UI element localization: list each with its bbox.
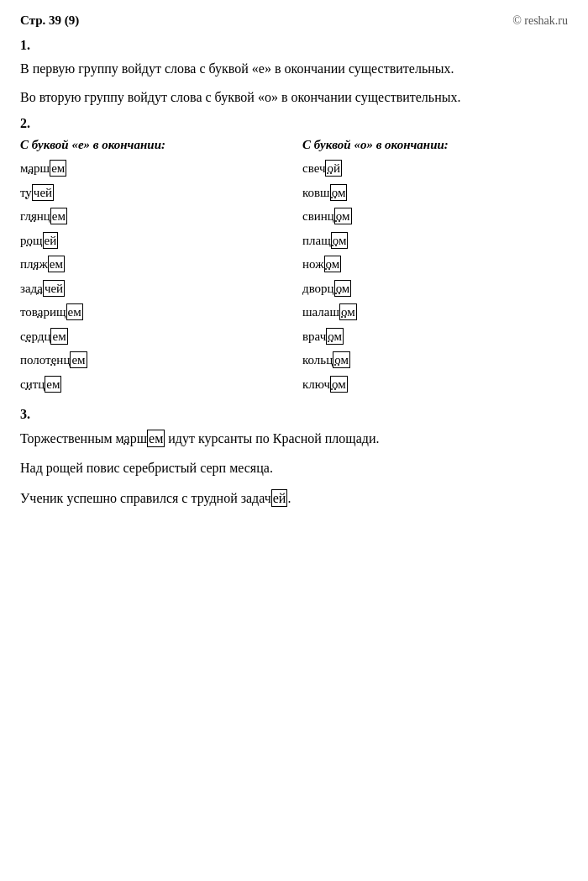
col1-header: С буквой «е» в окончании: bbox=[20, 138, 286, 152]
boxed-ending: ом bbox=[331, 232, 349, 249]
list-item: плащом bbox=[302, 231, 568, 251]
list-item: врачом bbox=[302, 327, 568, 346]
boxed-ending: ом bbox=[334, 280, 352, 297]
list-item: полотенцем bbox=[20, 351, 286, 370]
list-item: кольцом bbox=[302, 351, 568, 370]
section1-para1: В первую группу войдут слова с буквой «е… bbox=[20, 58, 568, 80]
list-item: задачей bbox=[20, 279, 286, 298]
boxed-ending: ом bbox=[330, 376, 348, 393]
site-logo: © reshak.ru bbox=[512, 14, 568, 28]
list-item: тучей bbox=[20, 183, 286, 203]
boxed-ending: чей bbox=[43, 280, 65, 297]
boxed-ending: ем bbox=[66, 303, 83, 320]
list-item: рощей bbox=[20, 231, 286, 251]
section2-num: 2. bbox=[20, 116, 568, 131]
boxed-ending: ем bbox=[147, 430, 165, 447]
list-item: сердцем bbox=[20, 327, 286, 346]
col1: С буквой «е» в окончании: маршем тучей г… bbox=[20, 138, 286, 398]
section1-para2: Во вторую группу войдут слова с буквой «… bbox=[20, 87, 568, 108]
boxed-ending: чей bbox=[32, 184, 54, 201]
list-item: ножом bbox=[302, 255, 568, 274]
boxed-ending: ем bbox=[50, 208, 67, 224]
boxed-ending: ем bbox=[50, 328, 67, 345]
boxed-ending: ом bbox=[330, 184, 348, 201]
sentence2: Над рощей повис серебристый серп месяца. bbox=[20, 456, 568, 479]
page-title: Стр. 39 (9) bbox=[20, 13, 79, 28]
list-item: товарищем bbox=[20, 303, 286, 322]
boxed-ending: ом bbox=[339, 303, 357, 320]
boxed-ending: ем bbox=[70, 351, 87, 368]
col2-header: С буквой «о» в окончании: bbox=[302, 138, 568, 152]
list-item: дворцом bbox=[302, 279, 568, 298]
section1-num: 1. bbox=[20, 38, 568, 53]
two-column-layout: С буквой «е» в окончании: маршем тучей г… bbox=[20, 138, 568, 398]
col2: С буквой «о» в окончании: свечой ковшом … bbox=[302, 138, 568, 398]
list-item: ковшом bbox=[302, 183, 568, 203]
boxed-ending: ей bbox=[43, 232, 59, 249]
list-item: пляжем bbox=[20, 255, 286, 274]
boxed-ending: ом bbox=[333, 351, 350, 368]
list-item: ключом bbox=[302, 375, 568, 394]
boxed-ending: ом bbox=[334, 208, 352, 224]
list-item: свечой bbox=[302, 159, 568, 178]
list-item: маршем bbox=[20, 159, 286, 178]
list-item: свинцом bbox=[302, 207, 568, 226]
sentence3: Ученик успешно справился с трудной задач… bbox=[20, 487, 568, 509]
boxed-ending: ей bbox=[271, 489, 288, 507]
list-item: шалашом bbox=[302, 303, 568, 322]
list-item: ситцем bbox=[20, 375, 286, 394]
boxed-ending: ом bbox=[324, 256, 342, 272]
boxed-ending: ем bbox=[45, 376, 61, 393]
page-header: Стр. 39 (9) © reshak.ru bbox=[20, 13, 568, 28]
boxed-ending: ом bbox=[326, 328, 344, 345]
section3-num: 3. bbox=[20, 407, 568, 422]
boxed-ending: ем bbox=[48, 256, 65, 272]
sentence1: Торжественным маршем идут курсанты по Кр… bbox=[20, 427, 568, 450]
list-item: глянцем bbox=[20, 207, 286, 226]
boxed-ending: ем bbox=[50, 160, 66, 177]
boxed-ending: ой bbox=[325, 160, 342, 177]
